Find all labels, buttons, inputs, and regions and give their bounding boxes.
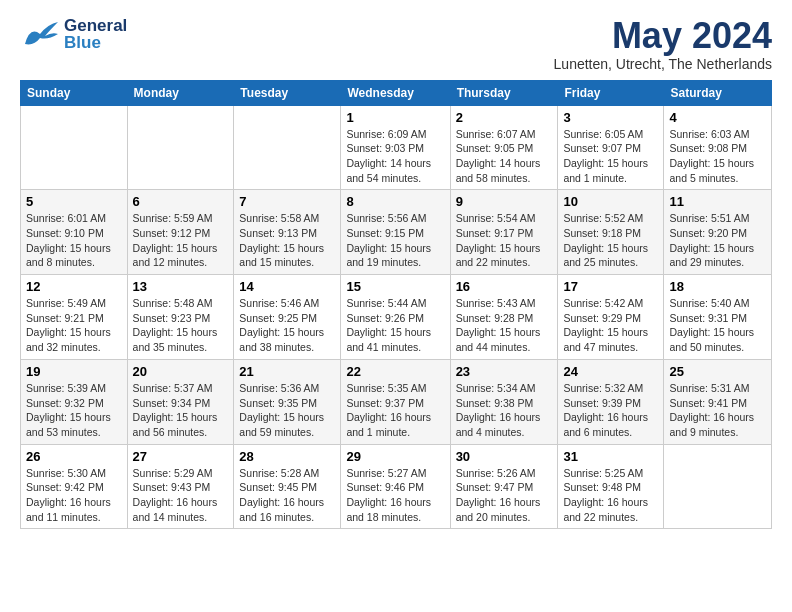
- day-info: Sunrise: 5:25 AM Sunset: 9:48 PM Dayligh…: [563, 466, 658, 525]
- day-info: Sunrise: 6:03 AM Sunset: 9:08 PM Dayligh…: [669, 127, 766, 186]
- table-row: 27Sunrise: 5:29 AM Sunset: 9:43 PM Dayli…: [127, 444, 234, 529]
- month-title: May 2024: [554, 16, 772, 56]
- day-info: Sunrise: 5:39 AM Sunset: 9:32 PM Dayligh…: [26, 381, 122, 440]
- table-row: 18Sunrise: 5:40 AM Sunset: 9:31 PM Dayli…: [664, 275, 772, 360]
- table-row: 17Sunrise: 5:42 AM Sunset: 9:29 PM Dayli…: [558, 275, 664, 360]
- table-row: 10Sunrise: 5:52 AM Sunset: 9:18 PM Dayli…: [558, 190, 664, 275]
- table-row: 13Sunrise: 5:48 AM Sunset: 9:23 PM Dayli…: [127, 275, 234, 360]
- table-row: 5Sunrise: 6:01 AM Sunset: 9:10 PM Daylig…: [21, 190, 128, 275]
- table-row: 29Sunrise: 5:27 AM Sunset: 9:46 PM Dayli…: [341, 444, 450, 529]
- calendar-week-row: 12Sunrise: 5:49 AM Sunset: 9:21 PM Dayli…: [21, 275, 772, 360]
- table-row: 12Sunrise: 5:49 AM Sunset: 9:21 PM Dayli…: [21, 275, 128, 360]
- day-number: 24: [563, 364, 658, 379]
- day-number: 27: [133, 449, 229, 464]
- day-number: 23: [456, 364, 553, 379]
- day-info: Sunrise: 5:37 AM Sunset: 9:34 PM Dayligh…: [133, 381, 229, 440]
- logo-text: General Blue: [64, 17, 127, 51]
- table-row: 28Sunrise: 5:28 AM Sunset: 9:45 PM Dayli…: [234, 444, 341, 529]
- table-row: 23Sunrise: 5:34 AM Sunset: 9:38 PM Dayli…: [450, 359, 558, 444]
- table-row: 8Sunrise: 5:56 AM Sunset: 9:15 PM Daylig…: [341, 190, 450, 275]
- days-header-row: Sunday Monday Tuesday Wednesday Thursday…: [21, 80, 772, 105]
- table-row: [234, 105, 341, 190]
- calendar-week-row: 19Sunrise: 5:39 AM Sunset: 9:32 PM Dayli…: [21, 359, 772, 444]
- day-number: 31: [563, 449, 658, 464]
- table-row: 15Sunrise: 5:44 AM Sunset: 9:26 PM Dayli…: [341, 275, 450, 360]
- day-number: 18: [669, 279, 766, 294]
- table-row: 21Sunrise: 5:36 AM Sunset: 9:35 PM Dayli…: [234, 359, 341, 444]
- table-row: [664, 444, 772, 529]
- day-number: 12: [26, 279, 122, 294]
- day-number: 25: [669, 364, 766, 379]
- table-row: [127, 105, 234, 190]
- header-saturday: Saturday: [664, 80, 772, 105]
- day-info: Sunrise: 5:58 AM Sunset: 9:13 PM Dayligh…: [239, 211, 335, 270]
- table-row: [21, 105, 128, 190]
- calendar-table: Sunday Monday Tuesday Wednesday Thursday…: [20, 80, 772, 530]
- table-row: 4Sunrise: 6:03 AM Sunset: 9:08 PM Daylig…: [664, 105, 772, 190]
- day-info: Sunrise: 5:42 AM Sunset: 9:29 PM Dayligh…: [563, 296, 658, 355]
- day-number: 29: [346, 449, 444, 464]
- table-row: 1Sunrise: 6:09 AM Sunset: 9:03 PM Daylig…: [341, 105, 450, 190]
- day-number: 4: [669, 110, 766, 125]
- calendar-week-row: 5Sunrise: 6:01 AM Sunset: 9:10 PM Daylig…: [21, 190, 772, 275]
- table-row: 6Sunrise: 5:59 AM Sunset: 9:12 PM Daylig…: [127, 190, 234, 275]
- day-info: Sunrise: 5:49 AM Sunset: 9:21 PM Dayligh…: [26, 296, 122, 355]
- day-number: 5: [26, 194, 122, 209]
- day-number: 20: [133, 364, 229, 379]
- day-info: Sunrise: 5:43 AM Sunset: 9:28 PM Dayligh…: [456, 296, 553, 355]
- day-info: Sunrise: 5:44 AM Sunset: 9:26 PM Dayligh…: [346, 296, 444, 355]
- location-text: Lunetten, Utrecht, The Netherlands: [554, 56, 772, 72]
- day-number: 16: [456, 279, 553, 294]
- day-info: Sunrise: 5:52 AM Sunset: 9:18 PM Dayligh…: [563, 211, 658, 270]
- day-info: Sunrise: 5:51 AM Sunset: 9:20 PM Dayligh…: [669, 211, 766, 270]
- table-row: 24Sunrise: 5:32 AM Sunset: 9:39 PM Dayli…: [558, 359, 664, 444]
- day-number: 13: [133, 279, 229, 294]
- header-thursday: Thursday: [450, 80, 558, 105]
- table-row: 19Sunrise: 5:39 AM Sunset: 9:32 PM Dayli…: [21, 359, 128, 444]
- day-info: Sunrise: 6:09 AM Sunset: 9:03 PM Dayligh…: [346, 127, 444, 186]
- day-number: 21: [239, 364, 335, 379]
- table-row: 30Sunrise: 5:26 AM Sunset: 9:47 PM Dayli…: [450, 444, 558, 529]
- day-info: Sunrise: 5:40 AM Sunset: 9:31 PM Dayligh…: [669, 296, 766, 355]
- day-number: 1: [346, 110, 444, 125]
- table-row: 2Sunrise: 6:07 AM Sunset: 9:05 PM Daylig…: [450, 105, 558, 190]
- day-number: 6: [133, 194, 229, 209]
- day-number: 19: [26, 364, 122, 379]
- day-info: Sunrise: 5:28 AM Sunset: 9:45 PM Dayligh…: [239, 466, 335, 525]
- day-info: Sunrise: 5:56 AM Sunset: 9:15 PM Dayligh…: [346, 211, 444, 270]
- day-number: 7: [239, 194, 335, 209]
- day-number: 28: [239, 449, 335, 464]
- day-number: 26: [26, 449, 122, 464]
- calendar-week-row: 26Sunrise: 5:30 AM Sunset: 9:42 PM Dayli…: [21, 444, 772, 529]
- table-row: 9Sunrise: 5:54 AM Sunset: 9:17 PM Daylig…: [450, 190, 558, 275]
- logo-bird-icon: [20, 16, 60, 52]
- day-number: 14: [239, 279, 335, 294]
- day-number: 17: [563, 279, 658, 294]
- day-info: Sunrise: 5:46 AM Sunset: 9:25 PM Dayligh…: [239, 296, 335, 355]
- day-number: 8: [346, 194, 444, 209]
- table-row: 16Sunrise: 5:43 AM Sunset: 9:28 PM Dayli…: [450, 275, 558, 360]
- logo-blue: Blue: [64, 34, 127, 51]
- day-number: 22: [346, 364, 444, 379]
- day-info: Sunrise: 5:31 AM Sunset: 9:41 PM Dayligh…: [669, 381, 766, 440]
- day-info: Sunrise: 5:30 AM Sunset: 9:42 PM Dayligh…: [26, 466, 122, 525]
- day-info: Sunrise: 5:32 AM Sunset: 9:39 PM Dayligh…: [563, 381, 658, 440]
- table-row: 11Sunrise: 5:51 AM Sunset: 9:20 PM Dayli…: [664, 190, 772, 275]
- table-row: 25Sunrise: 5:31 AM Sunset: 9:41 PM Dayli…: [664, 359, 772, 444]
- day-info: Sunrise: 5:34 AM Sunset: 9:38 PM Dayligh…: [456, 381, 553, 440]
- day-number: 3: [563, 110, 658, 125]
- header-tuesday: Tuesday: [234, 80, 341, 105]
- day-info: Sunrise: 5:27 AM Sunset: 9:46 PM Dayligh…: [346, 466, 444, 525]
- day-info: Sunrise: 6:05 AM Sunset: 9:07 PM Dayligh…: [563, 127, 658, 186]
- logo: General Blue: [20, 16, 127, 52]
- page-header: General Blue May 2024 Lunetten, Utrecht,…: [20, 16, 772, 72]
- day-info: Sunrise: 5:54 AM Sunset: 9:17 PM Dayligh…: [456, 211, 553, 270]
- day-number: 2: [456, 110, 553, 125]
- day-info: Sunrise: 5:35 AM Sunset: 9:37 PM Dayligh…: [346, 381, 444, 440]
- logo-general: General: [64, 17, 127, 34]
- table-row: 22Sunrise: 5:35 AM Sunset: 9:37 PM Dayli…: [341, 359, 450, 444]
- day-number: 9: [456, 194, 553, 209]
- day-info: Sunrise: 6:07 AM Sunset: 9:05 PM Dayligh…: [456, 127, 553, 186]
- table-row: 7Sunrise: 5:58 AM Sunset: 9:13 PM Daylig…: [234, 190, 341, 275]
- day-info: Sunrise: 5:36 AM Sunset: 9:35 PM Dayligh…: [239, 381, 335, 440]
